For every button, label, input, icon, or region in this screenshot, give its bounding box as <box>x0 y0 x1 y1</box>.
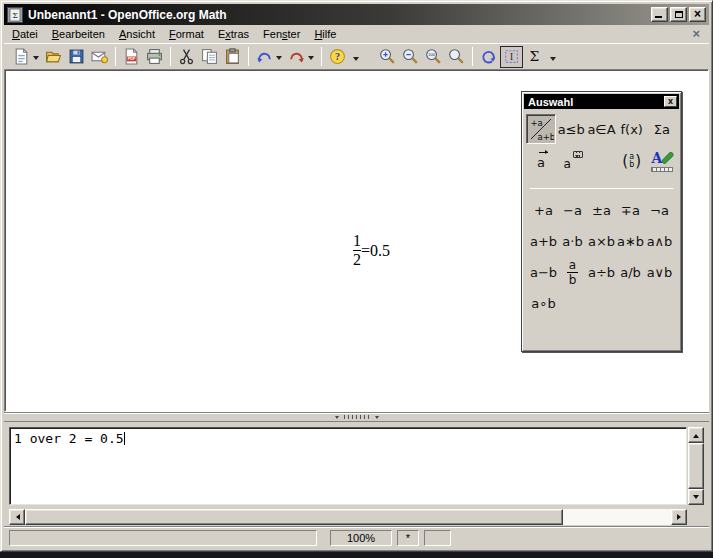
minimize-button[interactable] <box>651 7 668 22</box>
category-attributes[interactable]: a <box>526 146 556 176</box>
palette-item[interactable]: +a <box>529 195 558 226</box>
titlebar[interactable]: Σ Unbenannt1 - OpenOffice.org Math × <box>4 4 709 25</box>
palette-item[interactable]: −a <box>558 195 587 226</box>
print-button[interactable] <box>143 46 166 68</box>
command-horizontal-scrollbar[interactable] <box>9 509 687 525</box>
toolbar-overflow-button[interactable] <box>349 46 362 68</box>
cursor-button[interactable]: I <box>500 46 523 68</box>
undo-icon <box>256 48 273 65</box>
symbols-sigma-button[interactable]: Σ <box>523 46 546 68</box>
document-close-icon[interactable]: × <box>692 27 700 40</box>
svg-text:PDF: PDF <box>128 57 136 61</box>
menu-item-format[interactable]: Format <box>162 26 211 43</box>
fraction-denominator: 2 <box>353 252 361 268</box>
command-vertical-scrollbar[interactable] <box>688 427 704 505</box>
category-operators[interactable]: Σa <box>647 114 677 144</box>
palette-item[interactable]: a−b <box>529 257 558 288</box>
category-spacer <box>586 146 616 176</box>
open-icon <box>45 48 62 65</box>
palette-item[interactable]: a×b <box>587 226 616 257</box>
palette-titlebar[interactable]: Auswahl x <box>524 94 679 109</box>
palette-item[interactable]: a∨b <box>645 257 674 288</box>
paste-button[interactable] <box>221 46 244 68</box>
help-icon: ? <box>329 48 346 65</box>
undo-button[interactable] <box>253 46 285 68</box>
new-document-button[interactable] <box>10 46 42 68</box>
scroll-left-button[interactable] <box>9 509 25 525</box>
palette-item[interactable]: a+b <box>529 226 558 257</box>
scroll-down-button[interactable] <box>688 489 704 505</box>
category-formats[interactable]: A <box>647 146 677 176</box>
toolbar-overflow-button[interactable] <box>546 46 559 68</box>
palette-item-empty <box>616 288 645 319</box>
update-icon <box>480 48 497 65</box>
scroll-track[interactable] <box>563 509 671 525</box>
svg-text:Σ: Σ <box>530 48 540 64</box>
menu-item-datei[interactable]: Datei <box>5 26 45 43</box>
cut-button[interactable] <box>175 46 198 68</box>
palette-item[interactable]: ∓a <box>616 195 645 226</box>
menubar-items: DateiBearbeitenAnsichtFormatExtrasFenste… <box>5 26 343 43</box>
open-button[interactable] <box>42 46 65 68</box>
horizontal-scroll-thumb[interactable] <box>25 509 563 525</box>
cursor-icon: I <box>503 48 520 65</box>
menu-item-ansicht[interactable]: Ansicht <box>112 26 162 43</box>
speech-bubble-icon <box>573 151 583 158</box>
menu-item-hilfe[interactable]: Hilfe <box>307 26 343 43</box>
export-pdf-button[interactable]: PDF <box>120 46 143 68</box>
update-button[interactable] <box>477 46 500 68</box>
dropdown-arrow-icon <box>276 56 282 63</box>
zoom-in-button[interactable] <box>376 46 399 68</box>
scroll-right-button[interactable] <box>671 509 687 525</box>
send-email-button[interactable] <box>88 46 111 68</box>
category-set-operations[interactable]: a∈A <box>586 114 616 144</box>
palette-item-empty <box>558 288 587 319</box>
palette-item[interactable]: ±a <box>587 195 616 226</box>
menu-item-extras[interactable]: Extras <box>211 26 256 43</box>
close-button[interactable]: × <box>689 7 706 22</box>
palette-item[interactable]: ab <box>558 257 587 288</box>
formula-view[interactable]: 1 2 =0.5 Auswahl x +aa+ba≤ba∈Af(x)Σaaa(a… <box>4 69 709 412</box>
palette-item[interactable]: a∘b <box>529 288 558 319</box>
menu-item-bearbeiten[interactable]: Bearbeiten <box>45 26 112 43</box>
copy-button[interactable] <box>198 46 221 68</box>
palette-item[interactable]: ¬a <box>645 195 674 226</box>
vertical-scroll-thumb[interactable] <box>688 443 704 489</box>
toolbar-separator <box>472 47 473 66</box>
zoom-level[interactable]: 100% <box>330 530 392 546</box>
palette-item[interactable]: a·b <box>558 226 587 257</box>
zoom-100-button[interactable]: 100 <box>422 46 445 68</box>
zoom-page-button[interactable] <box>445 46 468 68</box>
category-unary-binary-operators[interactable]: +aa+b <box>526 114 556 144</box>
dropdown-arrow-icon <box>550 57 556 64</box>
view-splitter[interactable] <box>4 412 709 422</box>
toolbar-separator <box>115 47 116 66</box>
zoom-100-icon: 100 <box>425 48 442 65</box>
category-brackets[interactable]: (ab) <box>617 146 647 176</box>
send-email-icon <box>91 48 108 65</box>
menu-item-fenster[interactable]: Fenster <box>256 26 307 43</box>
category-functions[interactable]: f(x) <box>617 114 647 144</box>
print-icon <box>146 48 163 65</box>
command-input[interactable]: 1 over 2 = 0.5 <box>9 427 687 505</box>
palette-separator <box>530 188 673 189</box>
scroll-up-button[interactable] <box>688 427 704 443</box>
splitter-handle[interactable] <box>335 413 379 421</box>
palette-item[interactable]: a∧b <box>645 226 674 257</box>
toolbar-separator <box>248 47 249 66</box>
palette-close-button[interactable]: x <box>664 96 677 107</box>
pencil-icon <box>662 152 674 164</box>
save-icon <box>68 48 85 65</box>
svg-text:?: ? <box>335 51 340 62</box>
category-relations[interactable]: a≤b <box>556 114 586 144</box>
palette-item[interactable]: a∗b <box>616 226 645 257</box>
redo-button[interactable] <box>285 46 317 68</box>
zoom-out-button[interactable] <box>399 46 422 68</box>
palette-item[interactable]: a÷b <box>587 257 616 288</box>
minimize-icon <box>655 16 662 18</box>
palette-item[interactable]: a/b <box>616 257 645 288</box>
help-button[interactable]: ? <box>326 46 349 68</box>
category-others[interactable]: a <box>556 146 586 176</box>
save-button[interactable] <box>65 46 88 68</box>
maximize-button[interactable] <box>670 7 687 22</box>
